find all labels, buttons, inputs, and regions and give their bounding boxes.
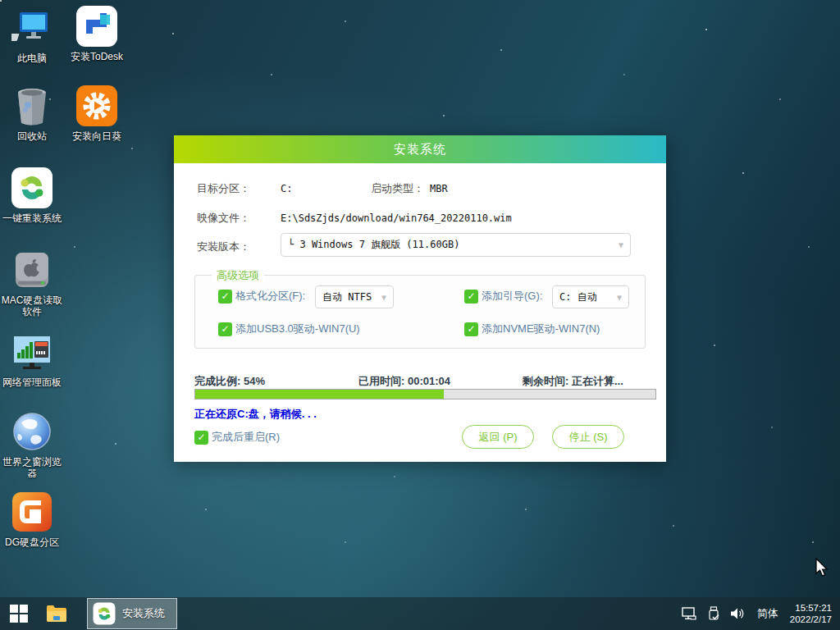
install-system-dialog: 安装系统 目标分区： C: 启动类型： MBR 映像文件： E:\SdsZjds… (174, 135, 666, 462)
mac-disk-icon (11, 249, 53, 291)
add-boot-label: 添加引导(G): (482, 289, 542, 304)
usb-icon[interactable] (701, 597, 726, 630)
checkbox-checked-icon[interactable]: ✓ (464, 322, 478, 336)
folder-icon (46, 605, 67, 623)
clock-time: 15:57:21 (790, 602, 832, 614)
checkbox-checked-icon[interactable]: ✓ (218, 322, 232, 336)
sunlogin-icon (75, 84, 118, 127)
restart-after-finish-label: 完成后重启(R) (212, 430, 280, 445)
desktop-icon-mac-disk[interactable]: MAC硬盘读取软件 (0, 249, 64, 317)
chevron-down-icon: ▼ (619, 240, 623, 249)
volume-icon[interactable] (726, 597, 751, 630)
chevron-down-icon: ▼ (617, 293, 622, 302)
desktop-icon-one-key-reinstall[interactable]: 一键重装系统 (0, 167, 64, 224)
recycle-bin-icon (11, 84, 53, 127)
add-boot-checkbox-row[interactable]: ✓ 添加引导(G): (464, 289, 542, 304)
desktop-icon-recycle-bin[interactable]: 回收站 (0, 84, 64, 142)
usb3-driver-checkbox-row[interactable]: ✓ 添加USB3.0驱动-WIN7(U) (218, 322, 360, 336)
image-file-label: 映像文件： (197, 211, 250, 226)
network-panel-icon (11, 331, 53, 373)
boot-type-label: 启动类型： (371, 181, 424, 196)
world-browser-icon (11, 410, 53, 453)
checkbox-checked-icon[interactable]: ✓ (464, 290, 478, 304)
desktop-icon-label: MAC硬盘读取软件 (0, 294, 64, 317)
desktop-icon-label: DG硬盘分区 (5, 536, 59, 548)
one-key-reinstall-icon (93, 602, 116, 625)
taskbar-active-task[interactable]: 安装系统 (87, 598, 177, 629)
clock-date: 2022/2/17 (790, 614, 832, 625)
format-partition-checkbox-row[interactable]: ✓ 格式化分区(F): (218, 289, 305, 304)
desktop-icon-label: 世界之窗浏览器 (0, 456, 64, 479)
taskbar-clock[interactable]: 15:57:21 2022/2/17 (785, 602, 840, 625)
desktop-icon-label: 安装ToDesk (71, 51, 123, 62)
format-partition-label: 格式化分区(F): (235, 289, 305, 304)
progress-elapsed-label: 已用时间: 00:01:04 (358, 374, 450, 389)
desktop-icon-label: 网络管理面板 (2, 377, 62, 388)
active-task-label: 安装系统 (122, 606, 165, 621)
desktop-icon-label: 安装向日葵 (72, 130, 121, 142)
checkbox-checked-icon[interactable]: ✓ (218, 290, 232, 304)
desktop-icon-label: 回收站 (17, 130, 47, 142)
install-version-label: 安装版本： (197, 240, 250, 254)
todesk-icon (75, 5, 118, 48)
boot-type-value: MBR (430, 183, 448, 194)
desktop-background: 此电脑 安装ToDesk 回收站 (0, 0, 840, 630)
target-partition-label: 目标分区： (197, 181, 250, 196)
ime-indicator[interactable]: 简体 (751, 606, 785, 621)
desktop-icon-diskgenius[interactable]: DG硬盘分区 (0, 491, 64, 548)
start-button[interactable] (0, 597, 38, 630)
diskgenius-icon (11, 491, 53, 533)
desktop-icon-this-pc[interactable]: 此电脑 (0, 7, 64, 64)
network-icon[interactable] (677, 597, 701, 630)
file-explorer-button[interactable] (38, 597, 75, 630)
nvme-driver-label: 添加NVME驱动-WIN7(N) (482, 322, 600, 336)
progress-percent-label: 完成比例: 54% (194, 374, 265, 389)
desktop-icon-world-browser[interactable]: 世界之窗浏览器 (0, 410, 64, 479)
chevron-down-icon: ▼ (381, 293, 386, 302)
windows-logo-icon (10, 605, 28, 623)
usb3-driver-label: 添加USB3.0驱动-WIN7(U) (235, 322, 360, 336)
stop-button[interactable]: 停止 (S) (552, 425, 624, 449)
advanced-options-group: 高级选项 ✓ 格式化分区(F): 自动 NTFS ▼ ✓ 添加引导(G): C:… (194, 275, 646, 349)
restart-after-finish-checkbox-row[interactable]: ✓ 完成后重启(R) (194, 430, 280, 445)
desktop-icon-sunlogin[interactable]: 安装向日葵 (65, 84, 129, 142)
add-boot-value: C: 自动 (559, 290, 597, 304)
add-boot-select[interactable]: C: 自动 ▼ (552, 285, 629, 308)
status-text: 正在还原C:盘，请稍候. . . (194, 407, 317, 422)
system-tray: 简体 15:57:21 2022/2/17 (677, 597, 840, 630)
install-version-value: └ 3 Windows 7 旗舰版 (11.60GB) (288, 238, 459, 252)
format-partition-select[interactable]: 自动 NTFS ▼ (315, 285, 394, 308)
this-pc-icon (11, 7, 53, 49)
progress-bar-fill (195, 390, 444, 399)
nvme-driver-checkbox-row[interactable]: ✓ 添加NVME驱动-WIN7(N) (464, 322, 600, 336)
desktop-icon-label: 一键重装系统 (2, 212, 62, 224)
checkbox-checked-icon[interactable]: ✓ (194, 431, 208, 445)
desktop-icon-network-panel[interactable]: 网络管理面板 (0, 331, 64, 388)
one-key-reinstall-icon (11, 167, 53, 209)
image-file-value: E:\SdsZjds/download/win764_20220110.wim (281, 212, 512, 224)
target-partition-value: C: (281, 183, 292, 194)
install-version-select[interactable]: └ 3 Windows 7 旗舰版 (11.60GB) ▼ (281, 233, 631, 257)
desktop-icon-todesk[interactable]: 安装ToDesk (65, 5, 129, 62)
desktop-icon-label: 此电脑 (17, 52, 47, 64)
progress-bar (194, 389, 656, 399)
format-partition-value: 自动 NTFS (322, 290, 372, 304)
taskbar: 安装系统 (0, 597, 840, 630)
dialog-title: 安装系统 (174, 135, 666, 163)
back-button[interactable]: 返回 (P) (462, 425, 534, 449)
progress-remaining-label: 剩余时间: 正在计算... (523, 374, 623, 389)
advanced-options-legend: 高级选项 (212, 268, 264, 283)
